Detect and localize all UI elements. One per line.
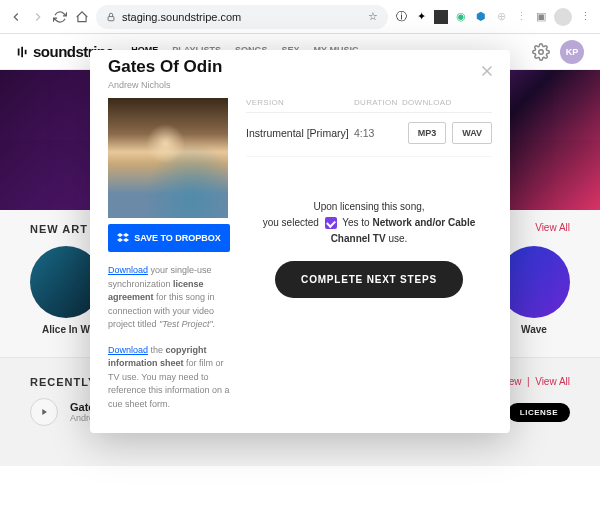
ext-icon[interactable]: ⋮ bbox=[514, 10, 528, 24]
ext-icon[interactable] bbox=[434, 10, 448, 24]
download-link[interactable]: Download bbox=[108, 345, 148, 355]
ext-icon[interactable]: ⓘ bbox=[394, 10, 408, 24]
section-title: NEW ART bbox=[30, 223, 88, 235]
license-button[interactable]: LICENSE bbox=[508, 403, 570, 422]
modal-right-panel: VERSION DURATION DOWNLOAD Instrumental [… bbox=[246, 64, 492, 411]
url-text: staging.soundstripe.com bbox=[122, 11, 241, 23]
modal-title: Gates Of Odin bbox=[108, 58, 222, 76]
dropbox-label: SAVE TO DROPBOX bbox=[134, 233, 221, 243]
gear-icon[interactable] bbox=[532, 43, 550, 61]
star-icon[interactable]: ☆ bbox=[368, 10, 378, 23]
home-icon[interactable] bbox=[74, 9, 90, 25]
reload-icon[interactable] bbox=[52, 9, 68, 25]
copyright-sheet-text: Download the copyright information sheet… bbox=[108, 344, 230, 412]
modal-artist: Andrew Nichols bbox=[108, 80, 171, 90]
forward-icon[interactable] bbox=[30, 9, 46, 25]
ext-icon[interactable]: ✦ bbox=[414, 10, 428, 24]
view-all-link[interactable]: View All bbox=[535, 376, 570, 387]
version-row: Instrumental [Primary] 4:13 MP3 WAV bbox=[246, 113, 492, 157]
profile-icon[interactable] bbox=[554, 8, 572, 26]
mp3-button[interactable]: MP3 bbox=[408, 122, 447, 144]
complete-next-steps-button[interactable]: COMPLETE NEXT STEPS bbox=[275, 261, 463, 298]
lock-icon bbox=[106, 12, 116, 22]
version-columns: VERSION DURATION DOWNLOAD bbox=[246, 98, 492, 113]
check-icon bbox=[325, 217, 337, 229]
wav-button[interactable]: WAV bbox=[452, 122, 492, 144]
cast-icon[interactable]: ▣ bbox=[534, 10, 548, 24]
play-button[interactable] bbox=[30, 398, 58, 426]
address-bar[interactable]: staging.soundstripe.com ☆ bbox=[96, 5, 388, 29]
ext-icon[interactable]: ⊕ bbox=[494, 10, 508, 24]
license-agreement-text: Download your single-use synchronization… bbox=[108, 264, 230, 332]
dropbox-icon bbox=[117, 232, 129, 244]
extensions: ⓘ ✦ ◉ ⬢ ⊕ ⋮ ▣ ⋮ bbox=[394, 8, 592, 26]
ext-icon[interactable]: ◉ bbox=[454, 10, 468, 24]
view-all-link[interactable]: View All bbox=[535, 222, 570, 233]
save-dropbox-button[interactable]: SAVE TO DROPBOX bbox=[108, 224, 230, 252]
back-icon[interactable] bbox=[8, 9, 24, 25]
svg-rect-0 bbox=[108, 16, 114, 20]
version-name: Instrumental [Primary] bbox=[246, 127, 354, 139]
col-duration: DURATION bbox=[354, 98, 402, 107]
svg-point-1 bbox=[539, 49, 544, 54]
album-art bbox=[108, 98, 228, 218]
menu-icon[interactable]: ⋮ bbox=[578, 10, 592, 24]
col-download: DOWNLOAD bbox=[402, 98, 492, 107]
close-button[interactable] bbox=[478, 62, 496, 80]
version-duration: 4:13 bbox=[354, 127, 402, 139]
licensing-modal: Gates Of Odin Andrew Nichols SAVE TO DRO… bbox=[90, 50, 510, 433]
licensing-summary: Upon licensing this song, you selected Y… bbox=[246, 199, 492, 247]
download-link[interactable]: Download bbox=[108, 265, 148, 275]
ext-icon[interactable]: ⬢ bbox=[474, 10, 488, 24]
modal-left-panel: SAVE TO DROPBOX Download your single-use… bbox=[108, 64, 230, 411]
avatar[interactable]: KP bbox=[560, 40, 584, 64]
browser-toolbar: staging.soundstripe.com ☆ ⓘ ✦ ◉ ⬢ ⊕ ⋮ ▣ … bbox=[0, 0, 600, 34]
col-version: VERSION bbox=[246, 98, 354, 107]
